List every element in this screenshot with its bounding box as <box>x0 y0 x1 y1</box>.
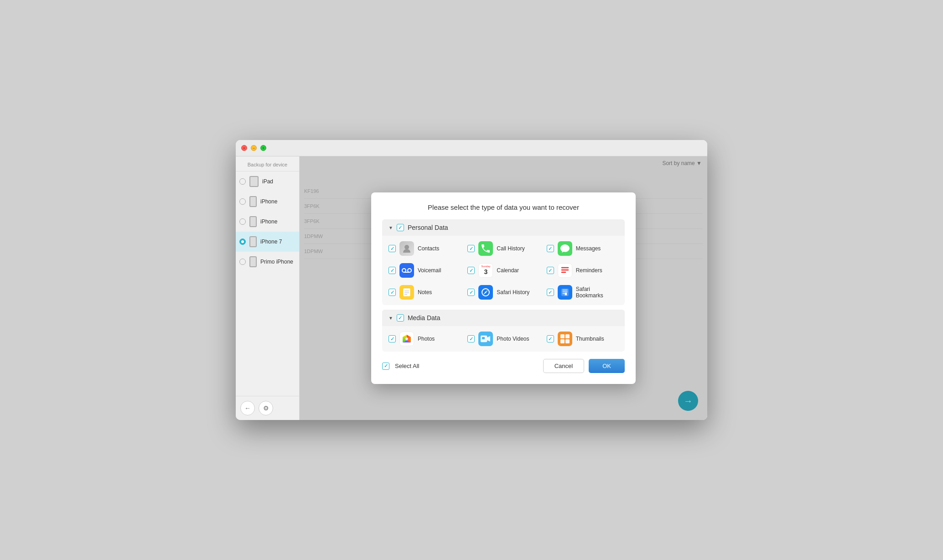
svg-rect-18 <box>560 334 565 338</box>
media-arrow-icon: ▼ <box>389 316 393 321</box>
select-all-checkbox[interactable] <box>382 363 389 370</box>
messages-label: Messages <box>576 245 601 252</box>
safari-history-checkbox[interactable] <box>467 289 475 296</box>
svg-point-1 <box>402 269 406 272</box>
personal-arrow-icon: ▼ <box>389 225 393 230</box>
device-item-primo[interactable]: Primo iPhone <box>236 252 299 272</box>
calendar-item: Sunday 3 Calendar <box>467 263 539 278</box>
svg-rect-19 <box>565 334 570 338</box>
safari-history-item: Safari History <box>467 285 539 300</box>
settings-button[interactable]: ⚙ <box>259 401 273 415</box>
safari-bookmarks-item: Safari Bookmarks <box>547 285 618 300</box>
media-data-checkbox[interactable] <box>397 314 404 321</box>
personal-data-title: Personal Data <box>408 224 448 231</box>
select-all-label: Select All <box>395 363 419 369</box>
photos-icon <box>399 332 414 346</box>
photo-videos-label: Photo Videos <box>497 336 529 342</box>
back-button[interactable]: ← <box>240 401 255 415</box>
photo-videos-item: Photo Videos <box>467 332 539 346</box>
device-list: iPad iPhone iPhone iPho <box>236 171 299 396</box>
thumbnails-checkbox[interactable] <box>547 335 554 342</box>
notes-checkbox[interactable] <box>389 289 396 296</box>
contacts-item: Contacts <box>389 241 460 256</box>
main-area: Sort by name ▼ KF196 3FP6K 3FP6K 1DPMW 1… <box>300 156 707 420</box>
voicemail-icon <box>399 263 414 278</box>
device-radio-ipad[interactable] <box>239 178 246 185</box>
sidebar-footer: ← ⚙ <box>236 396 299 420</box>
thumbnails-label: Thumbnails <box>576 336 604 342</box>
notes-label: Notes <box>418 289 432 296</box>
device-item-ipad[interactable]: iPad <box>236 171 299 192</box>
svg-rect-21 <box>565 339 570 343</box>
reminders-label: Reminders <box>576 267 602 274</box>
phone-icon-3 <box>249 236 257 247</box>
svg-rect-17 <box>482 337 485 339</box>
safari-bookmarks-icon <box>558 285 572 300</box>
window-content: Backup for device iPad iPhone <box>236 156 707 420</box>
personal-data-checkbox[interactable] <box>397 224 404 231</box>
calendar-icon: Sunday 3 <box>478 263 493 278</box>
call-history-item: Call History <box>467 241 539 256</box>
phone-icon-2 <box>249 216 257 227</box>
dialog-title: Please select the type of data you want … <box>382 203 625 211</box>
dialog-footer: Select All Cancel OK <box>382 359 625 373</box>
titlebar: × − + <box>236 140 707 156</box>
minimize-button[interactable]: − <box>251 145 257 151</box>
device-radio-iphone2[interactable] <box>239 218 246 225</box>
thumbnails-icon <box>558 332 572 346</box>
thumbnails-item: Thumbnails <box>547 332 618 346</box>
contacts-checkbox[interactable] <box>389 245 396 252</box>
contacts-label: Contacts <box>418 245 439 252</box>
safari-history-icon <box>478 285 493 300</box>
safari-bookmarks-checkbox[interactable] <box>547 289 554 296</box>
device-item-iphone1[interactable]: iPhone <box>236 192 299 212</box>
reminders-checkbox[interactable] <box>547 267 554 274</box>
reminders-icon <box>558 263 572 278</box>
photos-label: Photos <box>418 336 435 342</box>
svg-point-12 <box>485 292 487 293</box>
personal-data-section: ▼ Personal Data <box>382 219 625 305</box>
messages-checkbox[interactable] <box>547 245 554 252</box>
reminders-item: Reminders <box>547 263 618 278</box>
device-item-iphone7[interactable]: iPhone 7 <box>236 232 299 252</box>
device-label-ipad: iPad <box>262 178 273 185</box>
svg-point-0 <box>404 245 409 249</box>
voicemail-label: Voicemail <box>418 267 441 274</box>
tablet-icon <box>249 176 259 187</box>
media-data-header: ▼ Media Data <box>382 310 625 326</box>
personal-data-items: Contacts Call History <box>382 236 625 305</box>
photos-item: Photos <box>389 332 460 346</box>
device-label-iphone7: iPhone 7 <box>260 239 282 245</box>
calendar-label: Calendar <box>497 267 519 274</box>
svg-point-14 <box>405 337 408 340</box>
device-item-iphone2[interactable]: iPhone <box>236 212 299 232</box>
personal-data-header: ▼ Personal Data <box>382 219 625 236</box>
media-data-title: Media Data <box>408 314 440 321</box>
messages-icon <box>558 241 572 256</box>
sidebar-header: Backup for device <box>236 156 299 171</box>
device-radio-iphone1[interactable] <box>239 198 246 205</box>
device-radio-iphone7[interactable] <box>239 239 246 245</box>
photo-videos-checkbox[interactable] <box>467 335 475 342</box>
photos-checkbox[interactable] <box>389 335 396 342</box>
voicemail-checkbox[interactable] <box>389 267 396 274</box>
calendar-checkbox[interactable] <box>467 267 475 274</box>
ok-button[interactable]: OK <box>589 359 625 373</box>
device-radio-primo[interactable] <box>239 259 246 265</box>
messages-item: Messages <box>547 241 618 256</box>
cancel-button[interactable]: Cancel <box>543 359 584 373</box>
dialog-overlay: Please select the type of data you want … <box>300 156 707 420</box>
photo-videos-icon <box>478 332 493 346</box>
close-button[interactable]: × <box>241 145 247 151</box>
maximize-button[interactable]: + <box>260 145 266 151</box>
device-label-iphone1: iPhone <box>260 198 277 205</box>
phone-icon-4 <box>249 256 257 267</box>
phone-icon-1 <box>249 196 257 207</box>
media-data-items: Photos <box>382 326 625 352</box>
dialog-buttons: Cancel OK <box>543 359 625 373</box>
svg-point-2 <box>408 269 411 272</box>
call-history-icon <box>478 241 493 256</box>
device-label-primo: Primo iPhone <box>260 259 293 265</box>
main-window: × − + Backup for device iPad <box>236 140 707 420</box>
call-history-checkbox[interactable] <box>467 245 475 252</box>
